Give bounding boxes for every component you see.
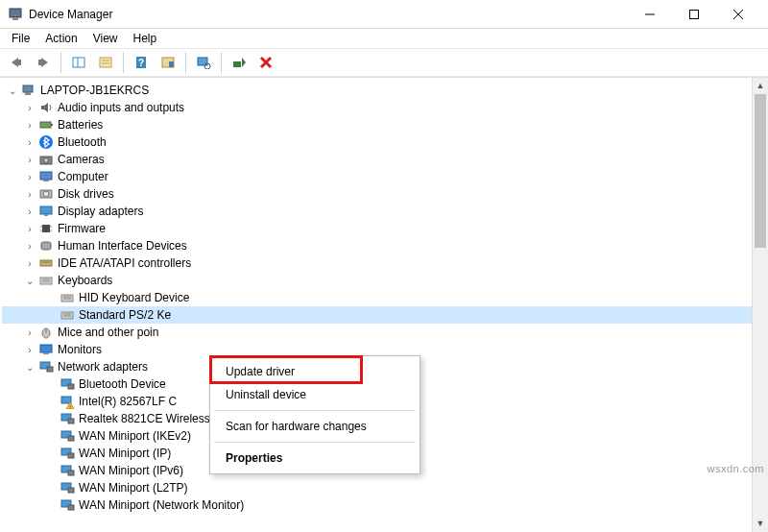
net-icon	[60, 480, 75, 496]
svg-rect-9	[38, 60, 41, 65]
ide-icon	[38, 255, 54, 271]
expand-toggle[interactable]: ›	[23, 224, 36, 234]
tree-item-label: Audio inputs and outputs	[58, 101, 184, 114]
tree-item-label: WAN Miniport (IP)	[79, 447, 171, 460]
tree-item-label: Intel(R) 82567LF C	[79, 395, 177, 408]
svg-rect-72	[68, 453, 74, 458]
uninstall-device-button[interactable]	[253, 51, 278, 74]
svg-rect-1	[12, 17, 18, 20]
tree-item-label: Cameras	[58, 153, 105, 166]
ctx-scan-hardware[interactable]: Scan for hardware changes	[212, 415, 418, 438]
update-driver-button[interactable]	[227, 51, 252, 74]
separator	[214, 410, 416, 411]
tree-item[interactable]: ›Human Interface Devices	[2, 237, 768, 254]
action-button[interactable]	[156, 51, 180, 74]
tree-item[interactable]: ›Computer	[2, 168, 768, 185]
hid-icon	[38, 238, 54, 254]
expand-toggle[interactable]: ›	[23, 103, 36, 113]
separator	[221, 52, 222, 73]
tree-item[interactable]: ›Mice and other poin	[2, 324, 768, 341]
tree-item-label: Mice and other poin	[58, 326, 158, 339]
expand-toggle[interactable]: ›	[23, 345, 36, 355]
ctx-update-driver[interactable]: Update driver	[212, 360, 418, 383]
camera-icon	[38, 152, 54, 167]
tree-root[interactable]: ⌄LAPTOP-JB1EKRCS	[2, 82, 768, 99]
tree-item-label: HID Keyboard Device	[79, 291, 189, 304]
tree-item[interactable]: ›Firmware	[2, 220, 768, 237]
minimize-button[interactable]	[628, 0, 672, 29]
close-button[interactable]	[716, 0, 760, 29]
tree-item[interactable]: ›Audio inputs and outputs	[2, 99, 768, 116]
scroll-down-arrow[interactable]: ▼	[753, 516, 768, 532]
toolbar: ?	[0, 48, 768, 77]
expand-toggle[interactable]: ⌄	[23, 276, 36, 286]
tree-item[interactable]: ›Disk drives	[2, 185, 768, 203]
tree-item-label: Display adapters	[58, 205, 143, 218]
window-title: Device Manager	[29, 8, 628, 21]
tree-item[interactable]: Standard PS/2 Ke	[2, 306, 768, 324]
tree-item[interactable]: ›Cameras	[2, 151, 768, 168]
svg-rect-3	[690, 10, 699, 18]
svg-rect-74	[68, 471, 74, 475]
tree-item[interactable]: WAN Miniport (L2TP)	[2, 479, 768, 496]
menu-file[interactable]: File	[4, 30, 37, 47]
tree-item-label: Batteries	[58, 118, 103, 132]
properties-button[interactable]	[93, 51, 118, 74]
svg-rect-68	[68, 419, 74, 423]
expand-toggle[interactable]: ›	[23, 206, 36, 217]
scroll-up-arrow[interactable]: ▲	[753, 78, 768, 94]
tree-item[interactable]: ›IDE ATA/ATAPI controllers	[2, 254, 768, 272]
svg-rect-18	[169, 61, 174, 67]
monitor-icon	[38, 342, 54, 357]
tree-item-label: WAN Miniport (Network Monitor)	[79, 498, 244, 512]
expand-toggle[interactable]: ›	[23, 120, 36, 131]
net-icon	[60, 446, 75, 461]
scroll-thumb[interactable]	[755, 94, 766, 248]
expand-toggle[interactable]: ⌄	[6, 85, 19, 96]
menu-help[interactable]: Help	[126, 30, 165, 47]
tree-item[interactable]: ›Batteries	[2, 116, 768, 133]
net-icon	[60, 411, 75, 426]
svg-marker-22	[242, 58, 246, 67]
net-warn-icon: !	[60, 394, 75, 409]
tree-item[interactable]: ›Display adapters	[2, 203, 768, 220]
back-button[interactable]	[4, 51, 29, 74]
battery-icon	[38, 117, 54, 133]
audio-icon	[38, 100, 54, 115]
net-icon	[60, 376, 75, 392]
window-controls	[628, 0, 760, 29]
tree-item-label: Network adapters	[58, 360, 148, 374]
keyboard-icon	[60, 307, 75, 323]
help-button[interactable]: ?	[129, 51, 154, 74]
tree-item[interactable]: WAN Miniport (Network Monitor)	[2, 496, 768, 514]
tree-item-label: IDE ATA/ATAPI controllers	[58, 256, 191, 270]
tree-item[interactable]: ⌄Keyboards	[2, 272, 768, 289]
menubar: File Action View Help	[0, 29, 768, 48]
scan-hardware-button[interactable]	[191, 51, 216, 74]
menu-view[interactable]: View	[85, 30, 126, 47]
svg-rect-76	[68, 488, 74, 493]
expand-toggle[interactable]: ›	[23, 189, 36, 200]
svg-rect-25	[23, 85, 33, 92]
expand-toggle[interactable]: ›	[23, 155, 36, 165]
forward-button[interactable]	[31, 51, 56, 74]
svg-rect-45	[40, 260, 52, 266]
maximize-button[interactable]	[672, 0, 716, 29]
svg-point-36	[43, 191, 49, 197]
tree-item[interactable]: HID Keyboard Device	[2, 289, 768, 306]
mouse-icon	[38, 325, 54, 340]
expand-toggle[interactable]: ⌄	[23, 362, 36, 373]
svg-rect-37	[40, 206, 52, 214]
expand-toggle[interactable]: ›	[23, 258, 36, 269]
svg-rect-70	[68, 436, 74, 441]
expand-toggle[interactable]: ›	[23, 172, 36, 182]
expand-toggle[interactable]: ›	[23, 137, 36, 148]
expand-toggle[interactable]: ›	[23, 327, 36, 338]
tree-item[interactable]: ›Bluetooth	[2, 133, 768, 151]
expand-toggle[interactable]: ›	[23, 241, 36, 252]
svg-rect-10	[73, 58, 84, 67]
menu-action[interactable]: Action	[37, 30, 84, 47]
ctx-uninstall-device[interactable]: Uninstall device	[212, 383, 418, 406]
show-hidden-button[interactable]	[66, 51, 91, 74]
ctx-properties[interactable]: Properties	[212, 447, 418, 470]
